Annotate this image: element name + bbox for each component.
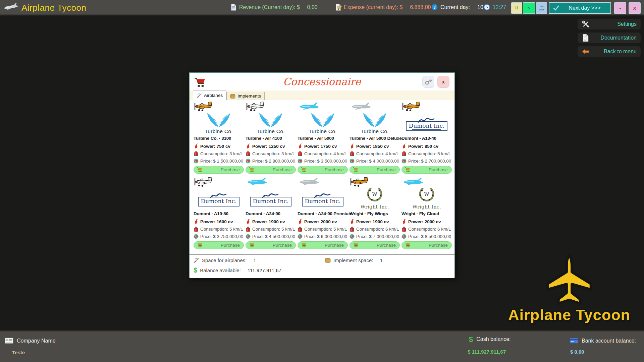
bank-balance-value: $ 0,00 (570, 349, 584, 355)
implement-space-value: 1 (380, 257, 382, 263)
bank-balance-label: Bank account balance: (582, 338, 636, 344)
power-icon (401, 143, 407, 149)
airplane-image: Turbine Co. Turbine Co. (194, 101, 244, 134)
power-text: Power: 1900 cv (252, 219, 285, 224)
consumption-stat: Consumption: 4 km/L (298, 150, 348, 157)
balance-available-readout: $ Balance available: 111.927.911,67 (194, 267, 281, 273)
airplane-thumbnail-icon (247, 178, 268, 186)
dialog-close-button[interactable]: x (437, 76, 449, 88)
document-icon (582, 34, 590, 42)
pause-button[interactable]: II (511, 2, 522, 14)
power-icon (194, 143, 199, 149)
brand-name: Dumont Inc. (409, 122, 445, 129)
fuel-icon (246, 151, 251, 157)
dumont-wave-icon (313, 193, 332, 199)
airplane-name: Turbine Co. - 3100 (194, 136, 244, 142)
expense-document-icon (335, 4, 341, 11)
expense-readout: Expense (current day): $ 6.888,00 (335, 0, 431, 14)
back-to-menu-button[interactable]: Back to menu (578, 46, 641, 57)
price-text: Price: $ 3.750.000,00 (200, 234, 243, 239)
price-icon (246, 234, 251, 239)
revenue-label: Revenue (Current day): $ (239, 4, 300, 10)
time-value: 12:27 (493, 4, 506, 10)
fast-forward-button[interactable]: >> >>> (536, 2, 547, 14)
implement-space-readout: Implement space: 1 (325, 257, 383, 263)
airplane-image: Wright Inc. Wright Inc. (401, 176, 452, 210)
next-day-button[interactable]: Next day >>> (549, 2, 611, 14)
power-icon (246, 219, 251, 225)
brand-caption: Turbine Co. (257, 128, 285, 134)
brand-caption: Turbine Co. (205, 128, 233, 134)
close-window-button[interactable]: X (629, 2, 641, 14)
implement-space-label: Implement space: (333, 257, 373, 263)
purchase-button[interactable]: Purchase (246, 166, 296, 174)
airplane-thumbnail-icon (246, 101, 266, 112)
purchase-button[interactable]: Purchase (298, 166, 348, 174)
price-icon (401, 234, 407, 239)
revenue-value: 0,00 (307, 4, 318, 10)
consumption-stat: Consumption: 5 km/L (401, 150, 452, 157)
price-icon (194, 158, 199, 164)
purchase-button[interactable]: Purchase (350, 166, 400, 174)
dialog-footer: Space for airplanes: 1 Implement space: … (190, 254, 454, 278)
power-stat: Power: 1750 cv (298, 142, 348, 150)
tab-airplanes[interactable]: Airplanes (193, 90, 226, 100)
purchase-button[interactable]: Purchase (350, 241, 400, 249)
price-stat: Price: $ 4.500.000,00 (246, 233, 296, 240)
cart-icon (405, 242, 411, 248)
back-arrow-icon (582, 48, 590, 56)
airplane-name: Wright - Fly Cloud (401, 211, 452, 218)
purchase-button[interactable]: Purchase (401, 166, 452, 174)
propeller-plane-icon (194, 257, 199, 263)
purchase-label: Purchase (377, 167, 396, 172)
brand-name: Dumont Inc. (305, 198, 341, 204)
price-text: Price: $ 2.800.000,00 (252, 159, 295, 164)
purchase-button[interactable]: Purchase (194, 166, 244, 174)
price-text: Price: $ 3.500.000,00 (304, 159, 347, 164)
purchase-label: Purchase (429, 167, 448, 172)
price-icon (298, 234, 303, 239)
turbine-wings-icon (258, 112, 284, 128)
fast-forward-label-bottom: >>> (539, 8, 544, 11)
purchase-button[interactable]: Purchase (194, 241, 244, 249)
expense-label: Expense (current day): $ (344, 4, 402, 10)
minimize-window-button[interactable]: - (614, 2, 626, 14)
purchase-label: Purchase (325, 243, 344, 248)
back-to-menu-label: Back to menu (604, 49, 637, 55)
clock-icon (484, 4, 490, 10)
airplane-thumbnail-icon (299, 103, 320, 111)
price-text: Price: $ 7.000.000,00 (356, 234, 399, 239)
top-bar: Airplane Tycoon Revenue (Current day): $… (0, 0, 644, 15)
consumption-text: Consumption: 3 km/L (252, 151, 295, 156)
airplane-image: Dumont Inc. Dumont Inc. (194, 176, 244, 210)
airplane-thumbnail-icon (351, 103, 372, 111)
settings-button[interactable]: Settings (578, 19, 641, 29)
airplane-name: Dumont - A34-90 (246, 211, 296, 218)
play-button[interactable]: > (523, 2, 535, 14)
pencil-icon (337, 4, 342, 11)
airplane-card: Turbine Co. Turbine Co. Turbine - Air 50… (298, 101, 348, 174)
price-text: Price: $ 6.000.000,00 (304, 234, 347, 239)
brand-logo: Turbine Co. Turbine Co. (350, 108, 400, 134)
power-text: Power: 1900 cv (356, 219, 389, 224)
expense-value: 6.888,00 (410, 4, 431, 10)
purchase-label: Purchase (273, 167, 292, 172)
dumont-wave-icon (261, 193, 280, 199)
dumont-logo-box: Dumont Inc. (250, 197, 292, 206)
consumption-text: Consumption: 5 km/L (252, 227, 295, 232)
checkmark-icon (553, 5, 559, 11)
cash-balance-label: Cash balance: (476, 336, 511, 342)
documentation-button[interactable]: Documentation (578, 33, 641, 43)
purchase-button[interactable]: Purchase (298, 241, 348, 249)
purchase-button[interactable]: Purchase (401, 241, 452, 249)
revenue-document-icon (231, 4, 236, 11)
brand-name: Dumont Inc. (253, 198, 289, 204)
brand-caption: Wright Inc. (412, 204, 441, 210)
airplane-thumbnail-icon (402, 101, 422, 112)
key-button[interactable] (422, 76, 434, 88)
purchase-button[interactable]: Purchase (246, 241, 296, 249)
airplane-card: Dumont Inc. Dumont Inc. Dumont - A34-90 … (298, 176, 348, 249)
consumption-text: Consumption: 5 km/L (200, 227, 243, 232)
tab-airplanes-label: Airplanes (204, 93, 223, 98)
tab-implements[interactable]: Implements (226, 92, 265, 100)
